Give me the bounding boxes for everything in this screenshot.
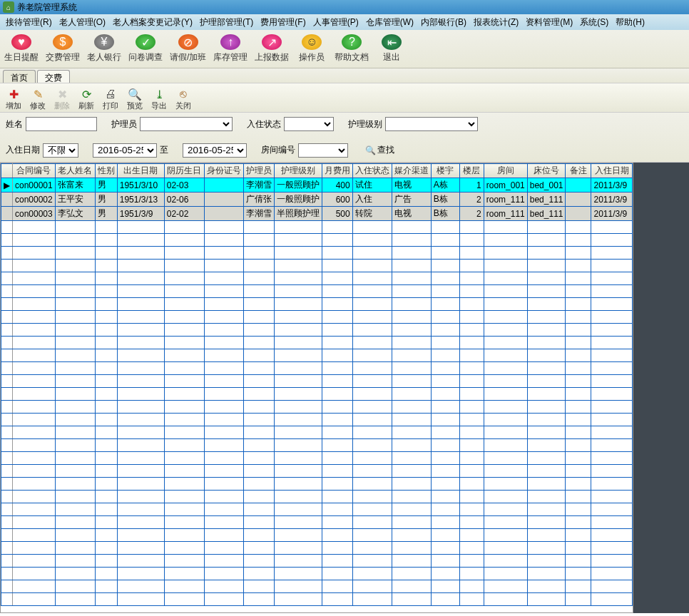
column-header[interactable]: 备注 (566, 164, 591, 178)
cell: B栋 (431, 192, 459, 207)
sub-icon: 🔍 (128, 88, 142, 101)
toolbar-icon: ✓ (136, 34, 155, 50)
column-header[interactable]: 月费用 (322, 164, 352, 178)
nurse-label: 护理员 (111, 118, 137, 130)
sub-label: 打印 (103, 101, 118, 111)
name-input[interactable] (26, 117, 97, 131)
menu-item[interactable]: 老人管理(O) (56, 15, 108, 30)
cell: 2 (459, 207, 484, 221)
sub-toolbar-button[interactable]: ⎋关闭 (173, 86, 194, 109)
toolbar-label: 请假/加班 (170, 51, 206, 63)
status-label: 入住状态 (247, 118, 281, 130)
cell: room_111 (484, 207, 527, 221)
room-select[interactable] (298, 143, 348, 158)
title-bar: ⌂ 养老院管理系统 (0, 0, 689, 14)
cell: bed_111 (527, 207, 566, 221)
to-label: 至 (160, 144, 168, 156)
cell (204, 178, 243, 192)
sub-label: 刷新 (78, 101, 94, 111)
toolbar-icon: ↗ (262, 34, 282, 50)
search-button[interactable]: 🔍 查找 (362, 143, 397, 158)
app-icon: ⌂ (3, 1, 14, 13)
column-header[interactable]: 出生日期 (117, 164, 164, 178)
menu-item[interactable]: 护理部管理(T) (197, 15, 256, 30)
cell: 1951/3/10 (117, 178, 164, 192)
table-row-empty (1, 337, 633, 349)
nurse-select[interactable] (140, 117, 233, 131)
sub-toolbar-button[interactable]: ✚增加 (3, 86, 24, 109)
date-to-select[interactable]: 2016-05-25 (183, 143, 247, 158)
cell (566, 207, 591, 221)
column-header[interactable]: 合同编号 (13, 164, 56, 178)
checkin-label: 入住日期 (6, 144, 40, 156)
table-row-empty (1, 247, 633, 260)
toolbar-button[interactable]: ⊘请假/加班 (167, 33, 209, 65)
toolbar-button[interactable]: ✓问卷调查 (126, 33, 165, 65)
table-row[interactable]: con00002王平安男1951/3/1302-06广倩张一般照顾护600入住广… (1, 192, 633, 207)
table-row-empty (1, 324, 633, 337)
cell: B栋 (431, 207, 459, 221)
toolbar-button[interactable]: ↗上报数据 (252, 33, 292, 65)
column-header[interactable]: 媒介渠道 (392, 164, 431, 178)
cell: 500 (322, 207, 352, 221)
column-header[interactable]: 护理级别 (274, 164, 322, 178)
menu-item[interactable]: 人事管理(P) (310, 15, 362, 30)
status-select[interactable] (284, 117, 334, 131)
toolbar-button[interactable]: ♥生日提醒 (1, 33, 41, 65)
sub-toolbar-button[interactable]: ⟳刷新 (76, 86, 97, 109)
checkin-limit-select[interactable]: 不限 (43, 143, 78, 158)
menu-item[interactable]: 仓库管理(W) (363, 15, 417, 30)
sub-toolbar-button[interactable]: ⤓导出 (148, 86, 170, 109)
column-header[interactable]: 身份证号 (204, 164, 243, 178)
table-row-empty (1, 401, 633, 414)
column-header[interactable]: 入住状态 (352, 164, 392, 178)
table-row-empty (1, 516, 633, 529)
level-select[interactable] (385, 117, 478, 131)
column-header[interactable]: 性别 (95, 164, 117, 178)
toolbar-button[interactable]: ↑库存管理 (210, 33, 250, 65)
tab[interactable]: 交费 (37, 70, 70, 83)
menu-item[interactable]: 资料管理(M) (523, 15, 576, 30)
cell: 试住 (352, 178, 392, 192)
cell: 400 (322, 178, 352, 192)
date-from-select[interactable]: 2016-05-25 (93, 143, 157, 158)
menu-item[interactable]: 帮助(H) (613, 15, 648, 30)
menu-item[interactable]: 老人档案变更记录(Y) (110, 15, 195, 30)
menu-item[interactable]: 系统(S) (577, 15, 611, 30)
table-row[interactable]: con00003李弘文男1951/3/902-02李潮雪半照顾护理500转院电视… (1, 207, 633, 221)
table-row-empty (1, 478, 633, 491)
toolbar-label: 操作员 (299, 51, 325, 63)
column-header[interactable]: 房间 (484, 164, 527, 178)
column-header[interactable]: 楼宇 (431, 164, 459, 178)
column-header[interactable]: 老人姓名 (55, 164, 95, 178)
menu-item[interactable]: 报表统计(Z) (471, 15, 521, 30)
tab[interactable]: 首页 (3, 70, 36, 83)
sub-toolbar-button[interactable]: 🖨打印 (100, 86, 121, 109)
menu-item[interactable]: 内部银行(B) (418, 15, 469, 30)
column-header[interactable]: 护理员 (243, 164, 274, 178)
toolbar-button[interactable]: ¥老人银行 (84, 33, 124, 65)
sub-toolbar: ✚增加✎修改✖删除⟳刷新🖨打印🔍预览⤓导出⎋关闭 (0, 83, 689, 113)
sub-toolbar-button[interactable]: 🔍预览 (124, 86, 146, 109)
cell: 男 (95, 178, 117, 192)
toolbar-button[interactable]: ?帮助文档 (332, 33, 372, 65)
table-row-empty (1, 375, 633, 388)
data-grid[interactable]: 合同编号老人姓名性别出生日期阴历生日身份证号护理员护理级别月费用入住状态媒介渠道… (0, 163, 633, 613)
menu-item[interactable]: 接待管理(R) (3, 15, 55, 30)
toolbar-button[interactable]: $交费管理 (43, 33, 83, 65)
room-label: 房间编号 (261, 144, 295, 156)
toolbar-button[interactable]: ⇤退出 (373, 33, 410, 65)
column-header[interactable]: 床位号 (527, 164, 566, 178)
toolbar-icon: ? (342, 34, 362, 50)
menu-item[interactable]: 费用管理(F) (257, 15, 308, 30)
column-header[interactable]: 阴历生日 (164, 164, 204, 178)
table-row[interactable]: ▶con00001张富来男1951/3/1002-03李潮雪一般照顾护400试住… (1, 178, 633, 192)
cell: 李潮雪 (243, 178, 274, 192)
cell (204, 207, 243, 221)
table-row-empty (1, 311, 633, 324)
sub-toolbar-button[interactable]: ✎修改 (27, 86, 49, 109)
toolbar-button[interactable]: ☺操作员 (293, 33, 330, 65)
column-header[interactable]: 楼层 (459, 164, 484, 178)
column-header[interactable]: 入住日期 (591, 164, 633, 178)
toolbar-label: 退出 (383, 51, 400, 63)
